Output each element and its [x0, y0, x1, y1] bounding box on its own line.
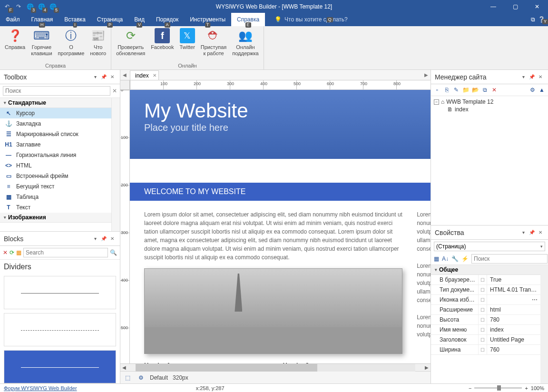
horizontal-scrollbar[interactable]: ◀▶ — [120, 363, 431, 371]
search-icon[interactable]: 🔍 — [110, 249, 117, 256]
categorize-icon[interactable]: ▦ — [434, 255, 439, 262]
getting-started-button[interactable]: ⛑Приступаяк работе — [199, 27, 228, 63]
qat-4[interactable]: 🌐4 — [36, 1, 47, 12]
pin-icon[interactable]: 📌 — [528, 73, 536, 81]
close-icon[interactable]: ✕ — [537, 229, 544, 236]
properties-search-input[interactable] — [471, 254, 548, 264]
pin-icon[interactable]: 📌 — [100, 73, 108, 81]
qat-3[interactable]: 🌐3 — [25, 1, 35, 12]
toolbox-item-marquee[interactable]: ≡Бегущий текст — [0, 181, 111, 192]
sidebar-column[interactable]: Lorem ipsum dolor consectetuer adipiscin… — [417, 210, 431, 363]
check-updates-button[interactable]: ⟳Проверитьобновления — [114, 27, 147, 63]
qat-redo[interactable]: ↷ — [13, 1, 24, 12]
tree-root[interactable]: − ⌂ WWB Template 12 — [434, 98, 545, 106]
close-icon[interactable]: ✕ — [108, 73, 116, 81]
pin-icon[interactable]: 📌 — [100, 235, 108, 243]
canvas[interactable]: My Website Place your title here HomeAbo… — [130, 90, 431, 363]
toolbox-category[interactable]: Стандартные — [0, 98, 111, 108]
tab-prev[interactable]: ◀ — [121, 71, 128, 78]
toolbox-item-table[interactable]: ▦Таблица — [0, 192, 111, 202]
block-thumb[interactable] — [4, 276, 116, 309]
property-row[interactable]: Иконка избр...☐⋯ — [431, 295, 540, 305]
toolbox-item-cursor[interactable]: ↖Курсор — [0, 108, 111, 118]
props-icon[interactable]: ⚙ — [528, 86, 537, 94]
support-button[interactable]: 👥Онлайнподдержка — [230, 27, 260, 63]
ruler-horizontal[interactable]: 0100200300400500600700800 — [130, 80, 431, 90]
add-icon[interactable]: ▦ — [16, 249, 21, 256]
site-tree[interactable]: − ⌂ WWB Template 12 🗎 index — [431, 96, 548, 225]
menu-file[interactable]: Файл — [0, 13, 26, 26]
zoom-in-icon[interactable]: + — [525, 385, 528, 391]
tell-me[interactable]: 💡 Что вы хотите сделать? Q — [274, 16, 333, 23]
properties-scrollbar[interactable] — [540, 265, 548, 383]
about-button[interactable]: ⓘОпрограмме — [56, 27, 87, 63]
property-row[interactable]: Имя меню☐index — [431, 325, 540, 335]
up-icon[interactable]: ▲ — [538, 86, 546, 94]
ruler-vertical[interactable]: 0100200300400500 — [120, 90, 130, 363]
whatsnew-button[interactable]: 📰Чтонового — [88, 27, 108, 63]
panel-menu-icon[interactable]: ▾ — [91, 73, 99, 81]
forum-link[interactable]: Форум WYSIWYG Web Builder — [4, 385, 77, 391]
zoom-out-icon[interactable]: − — [469, 385, 471, 391]
toolbox-item-list[interactable]: ☰Маркированный список — [0, 129, 111, 139]
toolbox-item-anchor[interactable]: ⚓Закладка — [0, 118, 111, 129]
property-row[interactable]: Заголовок☐Untitled Page — [431, 335, 540, 345]
panel-menu-icon[interactable]: ▾ — [519, 229, 527, 236]
help-button[interactable]: ❓Справка — [3, 27, 27, 63]
properties-selector[interactable]: (Страница)▾ — [434, 242, 545, 251]
edit-icon[interactable]: ✎ — [452, 86, 460, 94]
property-row[interactable]: Тип докуме...☐HTML 4.01 Trans... — [431, 285, 540, 295]
close-icon[interactable]: ✕ — [108, 235, 116, 243]
folder-icon[interactable]: 📁 — [461, 86, 470, 94]
toolbox-item-html[interactable]: <>HTML — [0, 160, 111, 171]
menu-arrange[interactable]: ПорядокA — [150, 13, 184, 26]
settings-icon[interactable]: ⚙ — [137, 373, 145, 382]
property-row[interactable]: Ширина☐760 — [431, 345, 540, 355]
facebook-button[interactable]: fFacebook — [149, 27, 176, 63]
minimize-button[interactable]: ― — [482, 0, 504, 13]
toolbox-item-heading[interactable]: H1Заглавие — [0, 139, 111, 150]
delete-icon[interactable]: ✕ — [3, 249, 8, 256]
site-title[interactable]: My Website — [144, 99, 431, 122]
tree-item[interactable]: 🗎 index — [434, 106, 545, 113]
property-category[interactable]: Общее — [431, 265, 540, 275]
zoom-control[interactable]: − + 100% — [469, 385, 544, 391]
panel-menu-icon[interactable]: ▾ — [519, 73, 527, 81]
property-row[interactable]: Высота☐780 — [431, 315, 540, 325]
menu-tools[interactable]: ИнструментыT — [184, 13, 231, 26]
responsive-icon[interactable]: ⬚ — [123, 373, 132, 382]
new-page-icon[interactable]: ▫ — [433, 86, 441, 94]
menu-view[interactable]: ВидV — [128, 13, 150, 26]
qat-undo[interactable]: ↶F — [2, 1, 12, 12]
collapse-icon[interactable]: − — [434, 99, 439, 105]
menu-help[interactable]: СправкаE — [231, 13, 265, 26]
pin-icon[interactable]: 📌 — [528, 229, 536, 236]
menu-home[interactable]: ГлавнаяH — [26, 13, 59, 26]
panel-menu-icon[interactable]: ▾ — [91, 235, 99, 243]
toolbox-item-text[interactable]: TТекст — [0, 202, 111, 213]
close-icon[interactable]: ✕ — [153, 73, 157, 78]
maximize-button[interactable]: ▢ — [504, 0, 526, 13]
copy-icon[interactable]: ⧉ — [480, 86, 489, 94]
search-clear-icon[interactable]: ✕ — [112, 88, 117, 94]
sort-icon[interactable]: A↓ — [442, 255, 449, 262]
events-icon[interactable]: ⚡ — [461, 255, 469, 262]
main-column[interactable]: Lorem ipsum dolor sit amet, consectetuer… — [144, 210, 402, 363]
property-row[interactable]: В браузере п...☐True — [431, 275, 540, 285]
refresh-icon[interactable]: ⟳ — [10, 249, 14, 256]
blocks-search-input[interactable] — [23, 248, 108, 257]
breakpoint-label[interactable]: Default — [150, 374, 168, 381]
close-button[interactable]: ✕ — [526, 0, 548, 13]
block-thumb[interactable] — [4, 313, 116, 346]
clone-icon[interactable]: ⎘ — [442, 86, 451, 94]
menu-insert[interactable]: ВставкаI — [59, 13, 91, 26]
site-subtitle[interactable]: Place your title here — [144, 122, 431, 133]
qat-5[interactable]: 🌐5 — [48, 1, 58, 12]
toolbox-category[interactable]: Изображения — [0, 213, 111, 223]
section-bar[interactable]: WELCOME TO MY WEBSITENEWS — [130, 183, 431, 201]
toolbox-item-hr[interactable]: ―Горизонтальная линия — [0, 150, 111, 160]
layout-icon[interactable]: ⧉ — [531, 16, 535, 23]
toolbox-item-iframe[interactable]: ▭Встроенный фрейм — [0, 171, 111, 181]
twitter-button[interactable]: 𝕏Twitter — [177, 27, 196, 63]
zoom-slider[interactable] — [474, 387, 522, 389]
